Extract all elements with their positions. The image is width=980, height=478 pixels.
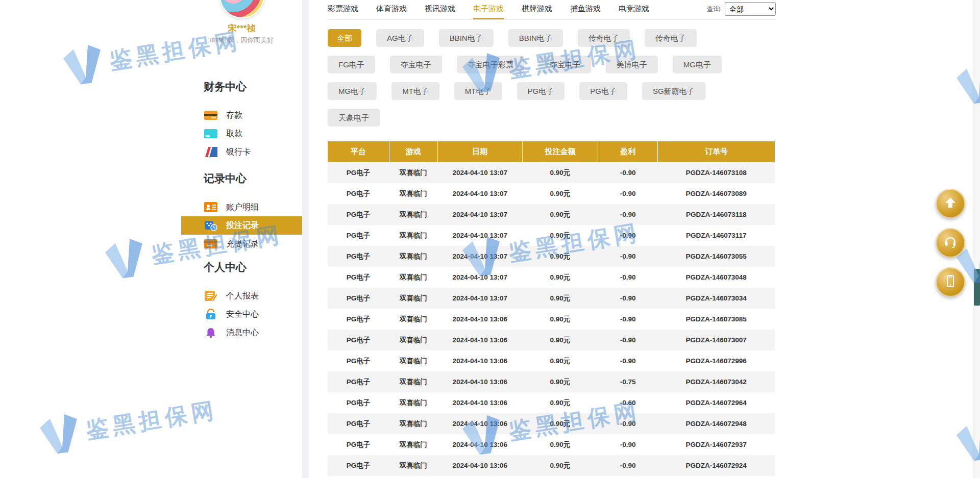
filter-row-2: FG电子夺宝电子夺宝电子彩票夺宝电子美博电子MG电子 [328, 56, 776, 73]
nav-tab-1[interactable]: 彩票游戏 [328, 4, 358, 19]
sidebar-item[interactable]: 投注记录 [181, 216, 302, 235]
page-scrollbar[interactable] [973, 0, 980, 478]
game-cell: 双喜临门 [389, 183, 437, 204]
table-row: PG电子双喜临门2024-04-10 13:070.90元-0.90PGDZA-… [328, 162, 775, 183]
filter-button[interactable]: PG电子 [579, 82, 627, 100]
filter-button[interactable]: 天豪电子 [328, 109, 380, 127]
date-cell: 2024-04-10 13:07 [437, 267, 522, 288]
table-row: PG电子双喜临门2024-04-10 13:070.90元-0.90PGDZA-… [328, 288, 775, 309]
sidebar-item[interactable]: 消息中心 [181, 323, 302, 342]
date-cell: 2024-04-10 13:07 [437, 288, 522, 309]
sidebar-item[interactable]: 存款 [181, 106, 302, 124]
profit-cell: -0.75 [598, 371, 658, 392]
arrow-up-icon [944, 196, 957, 211]
game-cell: 双喜临门 [389, 225, 437, 246]
filter-button[interactable]: 全部 [328, 29, 361, 47]
date-cell: 2024-04-10 13:07 [437, 246, 522, 267]
table-row: PG电子双喜临门2024-04-10 13:060.90元-0.90PGDZA-… [328, 330, 775, 350]
filter-button[interactable]: MG电子 [673, 56, 722, 73]
amount-cell: 0.90元 [522, 183, 598, 204]
sidebar-item[interactable]: 安全中心 [181, 305, 302, 323]
security-lock-icon [204, 309, 218, 320]
sidebar-item[interactable]: 银行卡 [181, 143, 302, 161]
game-cell: 双喜临门 [389, 434, 437, 455]
filter-button[interactable]: 夺宝电子彩票 [457, 56, 524, 73]
filter-button[interactable]: 夺宝电子 [539, 56, 591, 73]
nav-tab-3[interactable]: 视讯游戏 [425, 4, 455, 19]
section-title: 个人中心 [181, 260, 302, 274]
amount-cell: 0.90元 [522, 162, 598, 183]
filter-button[interactable]: MT电子 [454, 82, 502, 100]
sidebar-item[interactable]: 充提记录 [181, 235, 302, 253]
nav-tab-6[interactable]: 捕鱼游戏 [570, 4, 601, 19]
table-row: PG电子双喜临门2024-04-10 13:060.90元-0.90PGDZA-… [328, 455, 775, 476]
filter-button[interactable]: PG电子 [517, 82, 565, 100]
mobile-app-button[interactable] [936, 267, 965, 297]
filter-button[interactable]: BBIN电子 [508, 29, 563, 47]
profit-cell: -0.60 [598, 392, 658, 413]
filter-button[interactable]: 传奇电子 [645, 29, 697, 47]
date-cell: 2024-04-10 13:06 [437, 392, 522, 413]
date-cell: 2024-04-10 13:06 [437, 455, 522, 476]
order-number-cell: PGDZA-146072924 [657, 455, 775, 476]
order-number-cell: PGDZA-146073055 [657, 246, 775, 267]
date-cell: 2024-04-10 13:06 [437, 434, 522, 455]
nav-tab-2[interactable]: 体育游戏 [376, 4, 407, 19]
filter-button[interactable]: 夺宝电子 [390, 56, 442, 73]
game-cell: 双喜临门 [389, 455, 437, 476]
table-row: PG电子双喜临门2024-04-10 13:060.90元-0.90PGDZA-… [328, 434, 775, 455]
sidebar-item[interactable]: 个人报表 [181, 287, 302, 305]
game-cell: 双喜临门 [389, 309, 437, 330]
table-header-row: 平台游戏日期投注金额盈利订单号 [328, 141, 775, 162]
filter-button[interactable]: MG电子 [328, 82, 377, 100]
table-row: PG电子双喜临门2024-04-10 13:060.90元-0.60PGDZA-… [328, 392, 775, 413]
floating-buttons [936, 189, 965, 297]
nav-tab-5[interactable]: 棋牌游戏 [522, 4, 552, 19]
filter-button[interactable]: BBIN电子 [439, 29, 494, 47]
query-select[interactable]: 全部 [725, 2, 776, 16]
filter-button[interactable]: AG电子 [376, 29, 424, 47]
table-row: PG电子双喜临门2024-04-10 13:070.90元-0.90PGDZA-… [328, 246, 775, 267]
order-number-cell: PGDZA-146072996 [657, 350, 775, 371]
order-number-cell: PGDZA-146073108 [657, 162, 775, 183]
amount-cell: 0.90元 [522, 309, 598, 330]
bet-record-icon [204, 220, 218, 231]
filter-button[interactable]: 美博电子 [606, 56, 658, 73]
order-number-cell: PGDZA-146073048 [657, 267, 775, 288]
platform-cell: PG电子 [328, 350, 389, 371]
sidebar-item-label: 充提记录 [226, 239, 259, 249]
platform-cell: PG电子 [328, 225, 389, 246]
filter-button[interactable]: MT电子 [391, 82, 439, 100]
order-number-cell: PGDZA-146073117 [657, 225, 775, 246]
filter-button[interactable]: SG新霸电子 [642, 82, 705, 100]
date-cell: 2024-04-10 13:06 [437, 330, 522, 350]
order-number-cell: PGDZA-146073089 [657, 183, 775, 204]
back-to-top-button[interactable] [936, 189, 965, 218]
platform-cell: PG电子 [328, 204, 389, 225]
order-number-cell: PGDZA-146073118 [657, 204, 775, 225]
sidebar-item[interactable]: 取款 [181, 124, 302, 143]
filter-row-1: 全部AG电子BBIN电子BBIN电子传奇电子传奇电子 [328, 29, 776, 47]
game-cell: 双喜临门 [389, 246, 437, 267]
section-title: 记录中心 [181, 171, 302, 186]
platform-cell: PG电子 [328, 309, 389, 330]
column-header: 日期 [437, 141, 522, 162]
customer-service-button[interactable] [936, 228, 965, 258]
sidebar-section-finance: 财务中心存款取款银行卡 [181, 80, 302, 161]
scrollbar-thumb[interactable] [974, 269, 980, 306]
table-row: PG电子双喜临门2024-04-10 13:070.90元-0.90PGDZA-… [328, 204, 775, 225]
filter-button[interactable]: FG电子 [328, 56, 375, 73]
amount-cell: 0.90元 [522, 225, 598, 246]
nav-tab-4[interactable]: 电子游戏 [473, 4, 504, 19]
sidebar-item[interactable]: 账户明细 [181, 198, 302, 216]
watermark-shield-icon [58, 39, 108, 91]
amount-cell: 0.90元 [522, 330, 598, 350]
sidebar-item-label: 消息中心 [226, 328, 259, 338]
sidebar-item-label: 存款 [226, 110, 242, 121]
profit-cell: -0.90 [598, 350, 658, 371]
nav-tab-7[interactable]: 电竞游戏 [619, 4, 649, 19]
filter-button[interactable]: 传奇电子 [578, 29, 630, 47]
user-avatar[interactable] [219, 0, 264, 18]
profit-cell: -0.90 [598, 309, 658, 330]
table-row: PG电子双喜临门2024-04-10 13:060.90元-0.75PGDZA-… [328, 371, 775, 392]
